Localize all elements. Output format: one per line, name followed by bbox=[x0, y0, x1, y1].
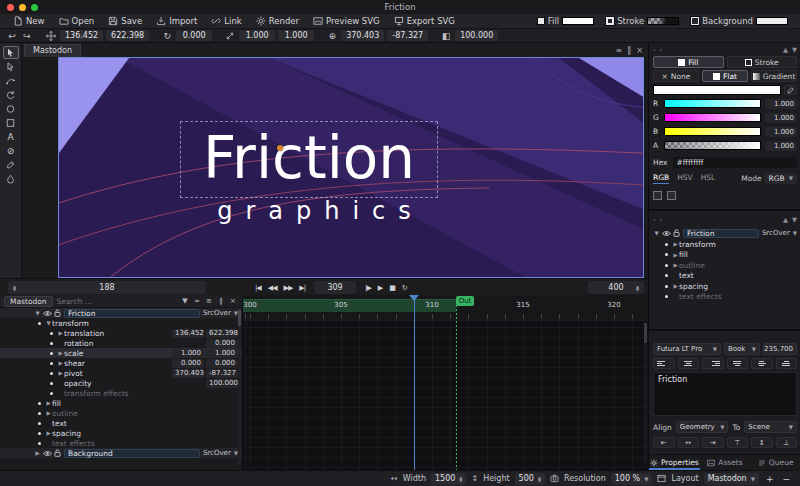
channel-B-value[interactable]: 1.000 bbox=[765, 127, 797, 137]
remove-layout-button[interactable]: − bbox=[780, 474, 792, 484]
layout-dropdown[interactable]: Mastodon ▼ bbox=[704, 473, 759, 485]
timeline-property-row[interactable]: transform effects bbox=[0, 388, 242, 398]
opacity-field[interactable]: 100.000 bbox=[455, 30, 498, 41]
object-name-field[interactable]: Friction bbox=[64, 309, 200, 318]
maximize-window-button[interactable] bbox=[31, 4, 38, 11]
expander-icon[interactable]: ▼ bbox=[653, 230, 660, 236]
eye-icon[interactable] bbox=[662, 230, 671, 237]
value-field[interactable]: 136.452 bbox=[172, 329, 204, 338]
frame-end-spinner[interactable]: 400 ▲▼ bbox=[588, 281, 644, 294]
tool-paint-tool[interactable] bbox=[3, 172, 19, 185]
keyframe-dot-icon[interactable] bbox=[665, 274, 668, 277]
expander-icon[interactable]: ▼ bbox=[34, 310, 41, 316]
tool-ellipse-tool[interactable] bbox=[3, 102, 19, 115]
blend-mode-dropdown[interactable]: SrcOver▼ bbox=[762, 229, 797, 237]
timeline-track-area[interactable]: 300305310315320 Out bbox=[243, 295, 648, 470]
keyframe-dot-icon[interactable] bbox=[665, 295, 668, 298]
toolbar-button-preview-svg[interactable]: Preview SVG bbox=[306, 15, 387, 28]
channel-B-slider[interactable] bbox=[664, 127, 761, 136]
toolbar-button-import[interactable]: Import bbox=[149, 15, 204, 28]
paint-type-flat-button[interactable]: Flat bbox=[702, 70, 748, 82]
expander-icon[interactable]: ▶ bbox=[672, 262, 679, 268]
font-size-field[interactable]: 235.700 bbox=[763, 343, 797, 355]
tool-color-dropper-tool[interactable] bbox=[3, 158, 19, 171]
stroke-summary[interactable]: Stroke bbox=[606, 16, 679, 26]
toolbar-button-open[interactable]: Open bbox=[52, 15, 102, 28]
color-model-hsl-tab[interactable]: HSL bbox=[701, 173, 716, 183]
timeline-property-row[interactable]: opacity100.000 bbox=[0, 378, 242, 388]
pivot-x-field[interactable]: 370.403 bbox=[341, 30, 384, 41]
channel-A-slider[interactable] bbox=[664, 141, 761, 150]
timeline-scrollbar[interactable] bbox=[644, 323, 647, 463]
eyedropper-button[interactable] bbox=[784, 85, 797, 95]
align-vcenter-button[interactable]: ↕ bbox=[751, 437, 773, 448]
object-property-row[interactable]: text effects bbox=[653, 292, 797, 303]
fill-color-swatch[interactable] bbox=[562, 17, 594, 25]
scene-width-spinner[interactable]: 1500 ▲▼ bbox=[431, 473, 466, 485]
current-color-bar[interactable] bbox=[653, 85, 781, 95]
nav-forward-icon[interactable]: › bbox=[660, 46, 663, 54]
translation-y-field[interactable]: 622.398 bbox=[106, 30, 149, 41]
tool-point-select[interactable] bbox=[3, 60, 19, 73]
scene-heading-text[interactable]: Friction bbox=[180, 120, 438, 197]
expand-icon[interactable]: ▼ bbox=[792, 46, 797, 54]
text-content-editor[interactable]: Friction bbox=[653, 372, 797, 416]
toolbar-button-export-svg[interactable]: Export SVG bbox=[387, 15, 462, 28]
lock-icon[interactable] bbox=[673, 229, 680, 237]
keyframe-dot-icon[interactable] bbox=[665, 285, 668, 288]
out-marker-badge[interactable]: Out bbox=[456, 296, 475, 306]
next-keyframe-button[interactable]: ▶▶ bbox=[283, 284, 294, 292]
background-summary[interactable]: Background bbox=[691, 16, 788, 26]
fill-summary[interactable]: Fill bbox=[537, 16, 594, 26]
font-style-dropdown[interactable]: Book ▼ bbox=[724, 343, 760, 355]
tree-scrollbar[interactable] bbox=[238, 310, 241, 465]
menu-icon[interactable]: ≡ bbox=[204, 297, 214, 305]
timeline-property-row[interactable]: ▶outline bbox=[0, 408, 242, 418]
mode-dropdown[interactable]: RGB ▼ bbox=[765, 173, 797, 184]
blend-mode-dropdown[interactable]: SrcOver▼ bbox=[203, 309, 238, 317]
expander-icon[interactable]: ▶ bbox=[672, 241, 679, 247]
scene-viewport[interactable]: Friction graphics bbox=[58, 57, 644, 278]
redo-icon[interactable]: ↪ bbox=[21, 31, 33, 41]
channel-R-value[interactable]: 1.000 bbox=[765, 99, 797, 109]
search-input[interactable] bbox=[57, 297, 176, 306]
keyframe-dot-icon[interactable] bbox=[38, 432, 41, 435]
align-target-dropdown[interactable]: Scene ▼ bbox=[744, 421, 797, 433]
minimize-window-button[interactable] bbox=[19, 4, 26, 11]
keyframe-dot-icon[interactable] bbox=[50, 362, 53, 365]
text-align-center-button[interactable] bbox=[678, 358, 700, 369]
prev-keyframe-button[interactable]: ◀◀ bbox=[267, 284, 278, 292]
font-family-dropdown[interactable]: Futura LT Pro ▼ bbox=[653, 343, 721, 355]
value-field[interactable]: 0.000 bbox=[206, 359, 238, 368]
text-valign-top-button[interactable] bbox=[727, 358, 749, 369]
scene-height-spinner[interactable]: 500 ▲▼ bbox=[515, 473, 545, 485]
timeline-property-row[interactable]: text effects bbox=[0, 438, 242, 448]
timeline-property-row[interactable]: ▶spacing bbox=[0, 428, 242, 438]
align-right-button[interactable]: ⇥ bbox=[702, 437, 724, 448]
resolution-dropdown[interactable]: 100 % ▼ bbox=[611, 473, 653, 485]
loop-button[interactable]: ↻ bbox=[401, 284, 408, 292]
graph-icon[interactable]: ≈ bbox=[192, 297, 202, 305]
value-field[interactable]: 100.000 bbox=[206, 379, 238, 388]
skip-to-start-button[interactable]: |◀ bbox=[254, 284, 262, 292]
expander-icon[interactable]: ▶ bbox=[45, 410, 52, 416]
tab-assets[interactable]: Assets bbox=[700, 455, 751, 470]
align-hcenter-button[interactable]: ↔ bbox=[678, 437, 700, 448]
keyframe-dot-icon[interactable] bbox=[665, 253, 668, 256]
pivot-point-marker[interactable] bbox=[277, 145, 283, 151]
value-field[interactable]: 0.000 bbox=[172, 359, 204, 368]
tool-null-object-tool[interactable]: ⊘ bbox=[3, 144, 19, 157]
expander-icon[interactable]: ▶ bbox=[34, 450, 41, 456]
pivot-y-field[interactable]: -87.327 bbox=[387, 30, 428, 41]
text-align-right-button[interactable] bbox=[702, 358, 724, 369]
tab-properties[interactable]: Properties bbox=[649, 455, 700, 470]
scene-selector-button[interactable]: Mastodon bbox=[4, 296, 53, 307]
color-bookmark-swatch[interactable] bbox=[653, 191, 662, 200]
nav-back-icon[interactable]: ‹ bbox=[653, 216, 656, 224]
channel-A-value[interactable]: 1.000 bbox=[765, 141, 797, 151]
expander-icon[interactable]: ▶ bbox=[57, 350, 64, 356]
keyframe-grid[interactable] bbox=[243, 321, 648, 470]
split-icon[interactable]: ‖ bbox=[216, 297, 226, 305]
toolbar-button-save[interactable]: Save bbox=[101, 15, 149, 28]
keyframe-dot-icon[interactable] bbox=[38, 442, 41, 445]
